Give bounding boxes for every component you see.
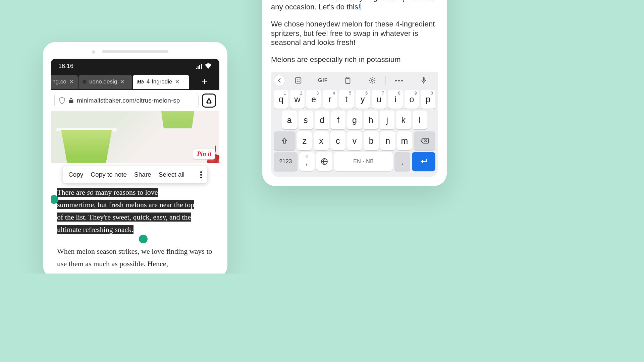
svg-point-5 [372,80,374,82]
keyboard-row-2: asdfghjkl [271,110,438,130]
chevron-left-icon [278,78,281,83]
tab-1[interactable]: ng.co ✕ [51,75,78,89]
more-button[interactable] [387,80,411,81]
favicon: Mb [137,79,144,85]
emoji-icon: ☺ [305,154,309,159]
key-g[interactable]: g [347,111,362,129]
shield-icon [59,97,65,104]
vivaldi-icon [205,97,213,105]
key-z[interactable]: z [297,131,312,150]
close-icon[interactable]: ✕ [69,78,74,85]
article-body: There are so many reasons to love summer… [51,185,219,270]
tab-2[interactable]: ueno.desig ✕ [78,75,132,89]
status-time: 16:16 [58,63,73,70]
dots-icon [395,80,403,81]
key-x[interactable]: x [314,131,329,150]
selection-handle-end[interactable] [139,235,148,243]
keyboard-back-button[interactable] [274,75,285,86]
key-n[interactable]: n [380,131,395,150]
key-p[interactable]: p0 [421,90,435,109]
sticker-button[interactable] [286,77,310,84]
mic-button[interactable] [412,77,435,84]
enter-icon [420,159,428,165]
address-row: minimalistbaker.com/citrus-melon-sp [51,90,219,111]
shift-icon [281,137,288,144]
address-bar[interactable]: minimalistbaker.com/citrus-melon-sp [54,93,199,108]
close-icon[interactable]: ✕ [120,78,125,85]
phone-speaker [102,50,168,53]
lock-icon [69,98,73,103]
tab-label: ng.co [52,78,66,85]
url-text: minimalistbaker.com/citrus-melon-sp [77,97,180,104]
share-button[interactable]: Share [134,171,151,178]
period-key[interactable]: . [394,152,410,171]
close-icon[interactable]: ✕ [175,78,180,85]
tab-strip: ng.co ✕ ueno.desig ✕ Mb 4-Ingredie ✕ + [51,73,219,90]
gif-button[interactable]: GIF [311,77,335,83]
keyboard-row-4: ?123 ☺ , EN · NB . [271,151,438,172]
key-o[interactable]: o9 [405,90,419,109]
key-c[interactable]: c [330,131,345,150]
clipboard-button[interactable] [336,77,360,84]
key-m[interactable]: m [397,131,412,150]
selected-text[interactable]: There are so many reasons to love summer… [57,186,213,236]
note-paragraph: Melons are especially rich in potassium [271,55,438,64]
key-k[interactable]: k [396,111,411,129]
text-selection-menu: Copy Copy to note Share Select all [63,166,207,183]
hero-image: Pin it [51,111,219,163]
key-l[interactable]: l [413,111,427,129]
note-paragraph: We chose honeydew melon for these 4-ingr… [271,19,438,47]
key-i[interactable]: i8 [388,90,403,109]
phone-left: 16:16 ng.co ✕ ueno.desig ✕ Mb 4-Ingredie… [43,42,227,274]
svg-point-2 [299,79,300,80]
favicon-dot [83,80,87,84]
wifi-icon [205,63,212,69]
keyboard: GIF q1w2e3r4t5y6u7i8o9p0 asdfghjkl zxcvb… [271,72,438,177]
comma-key[interactable]: ☺ , [299,152,315,171]
key-t[interactable]: t5 [339,90,354,109]
sticker-icon [294,77,302,84]
language-key[interactable] [316,152,333,171]
keyboard-row-3: zxcvbnm [271,130,438,151]
settings-button[interactable] [361,77,384,84]
key-r[interactable]: r4 [323,90,337,109]
enter-key[interactable] [412,152,436,171]
new-tab-button[interactable]: + [190,73,219,90]
backspace-key[interactable] [414,131,435,150]
backspace-icon [420,137,429,144]
key-w[interactable]: w2 [290,90,305,109]
article-paragraph: When melon season strikes, we love findi… [57,245,213,270]
key-u[interactable]: u7 [372,90,386,109]
key-j[interactable]: j [380,111,394,129]
tab-3-active[interactable]: Mb 4-Ingredie ✕ [133,75,189,89]
select-all-button[interactable]: Select all [159,171,184,178]
phone-screen: 16:16 ng.co ✕ ueno.desig ✕ Mb 4-Ingredie… [51,59,219,270]
shift-key[interactable] [274,131,296,150]
key-f[interactable]: f [331,111,346,129]
key-d[interactable]: d [315,111,329,129]
space-key[interactable]: EN · NB [334,152,393,171]
note-content[interactable]: finding ways to use them as much as poss… [271,0,438,64]
vivaldi-menu-button[interactable] [202,94,216,108]
svg-rect-0 [296,78,301,83]
pin-it-button[interactable]: Pin it [193,148,215,160]
key-b[interactable]: b [364,131,379,150]
note-paragraph: We tested both virgin and alcoholic vers… [271,0,438,11]
copy-button[interactable]: Copy [68,171,83,178]
svg-point-1 [297,79,298,80]
key-q[interactable]: q1 [274,90,288,109]
globe-icon [320,158,328,166]
key-s[interactable]: s [299,111,313,129]
key-h[interactable]: h [364,111,378,129]
key-e[interactable]: e3 [306,90,321,109]
symbols-key[interactable]: ?123 [274,152,298,171]
key-a[interactable]: a [282,111,297,129]
copy-to-note-button[interactable]: Copy to note [91,171,127,178]
mic-icon [421,77,426,84]
text-cursor [361,3,361,10]
more-options-button[interactable] [200,171,202,178]
key-y[interactable]: y6 [356,90,370,109]
key-v[interactable]: v [347,131,362,150]
signal-icon [196,63,203,69]
keyboard-row-1: q1w2e3r4t5y6u7i8o9p0 [271,89,438,110]
